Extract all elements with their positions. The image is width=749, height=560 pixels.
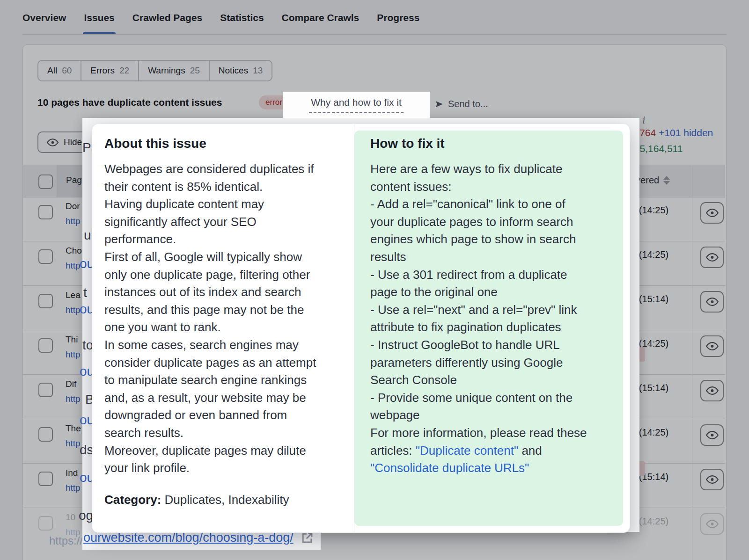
issue-category: Category: Duplicates, Indexability (104, 493, 289, 507)
issue-info-popup: About this issue Webpages are considered… (92, 124, 630, 533)
about-issue-body: Webpages are considered duplicates if th… (104, 160, 316, 477)
how-to-fix-heading: How to fix it (370, 136, 445, 151)
external-link-icon[interactable] (300, 531, 314, 545)
clipped-text-fragment: og (79, 508, 93, 523)
category-label: Category: (104, 493, 161, 507)
category-value: Duplicates, Indexability (161, 493, 289, 507)
why-how-to-fix-trigger[interactable]: Why and how to fix it (283, 92, 430, 118)
duplicate-content-link[interactable]: "Duplicate content" (416, 444, 518, 458)
about-issue-heading: About this issue (104, 136, 206, 151)
site-audit-issues-page: Overview Issues Crawled Pages Statistics… (0, 0, 749, 560)
why-how-to-fix-label: Why and how to fix it (309, 97, 404, 113)
how-to-fix-body: Here are a few ways to fix duplicate con… (370, 160, 577, 424)
references-conjunction: and (518, 444, 542, 458)
consolidate-urls-link[interactable]: "Consolidate duplicate URLs" (370, 461, 529, 475)
how-to-fix-references: For more information, please read these … (370, 424, 614, 477)
clipped-text-fragment: t (83, 285, 87, 300)
